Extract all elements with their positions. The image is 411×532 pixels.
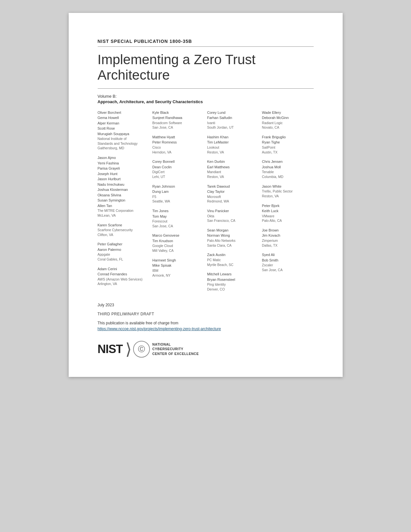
author-block-0-3: Peter GallagherAaron PalermoAppgateCoral… [98,241,149,261]
author-block-2-6: Zack AustinPC MaticMyrtle Beach, SC [207,252,259,267]
author-org: VMware [262,214,314,219]
author-org: Seattle, WA [152,199,204,204]
author-org: San Jose, CA [152,224,204,229]
author-block-1-3: Ryan JohnsonDung LamF5Seattle, WA [152,184,204,204]
author-name: Gema Howell [98,115,149,121]
author-block-2-1: Hashim KhanTim LeMasterLookoutReston, VA [207,134,259,154]
author-name: Peter Bjork [262,203,314,209]
author-block-2-3: Tarek DawoudClay TaylorMicrosoftRedmond,… [207,184,259,204]
author-name: Corey Lund [207,110,259,115]
author-org: Denver, CO [207,287,259,292]
author-org: Trellix, Public Sector [262,189,314,194]
author-name: Ryan Tighe [262,140,314,145]
author-name: Karen Scarfone [98,222,149,228]
author-org: Redmond, WA [207,199,259,204]
author-org: AWS (Amazon Web Services) [98,277,149,282]
volume-label: Volume B: [98,94,314,99]
author-name: Frank Briguglio [262,134,314,140]
author-block-0-0: Oliver BorchertGema HowellAlper KermanSc… [98,110,149,151]
author-name: Peter Gallagher [98,241,149,247]
author-block-2-0: Corey LundFarhan SaifudinIvantiSouth Jor… [207,110,259,130]
author-block-2-7: Mitchell LewarsBryan RosensteelPing Iden… [207,271,259,291]
availability-text: This publication is available free of ch… [98,321,314,325]
authors-grid: Oliver BorchertGema HowellAlper KermanSc… [98,110,314,296]
author-name: Yemi Fashina [98,161,149,166]
author-org: Appgate [98,252,149,257]
author-org: Myrtle Beach, SC [207,262,259,267]
author-name: Oliver Borchert [98,110,149,115]
author-org: Santa Clara, CA [207,243,259,248]
author-name: Joshua Klosterman [98,187,149,192]
author-org: Radiant Logic [262,121,314,125]
author-org: Novato, CA [262,125,314,130]
author-name: Ryan Johnson [152,184,204,189]
availability-link[interactable]: https://www.nccoe.nist.gov/projects/impl… [98,327,314,331]
author-org: Ivanti [207,121,259,125]
author-block-3-0: Wade ElleryDeborah McGinnRadiant LogicNo… [262,110,314,130]
author-org: Lookout [207,145,259,150]
author-name: Alper Kerman [98,121,149,126]
author-block-0-4: Adam CeriniConrad FernandesAWS (Amazon W… [98,266,149,286]
author-name: Tom May [152,214,204,219]
author-name: Chris Jensen [262,159,314,164]
author-column-2: Corey LundFarhan SaifudinIvantiSouth Jor… [207,110,259,296]
author-block-2-2: Ken DurbinEarl MatthewsMandiantReston, V… [207,159,259,179]
author-name: Scott Rose [98,126,149,131]
author-name: Farhan Saifudin [207,115,259,121]
author-name: Parisa Grayeli [98,166,149,171]
author-name: Wade Ellery [262,110,314,115]
author-block-0-2: Karen ScarfoneScarfone CybersecurityClif… [98,222,149,237]
author-name: Nadu Irrechukwu [98,182,149,187]
author-block-3-6: Syed AliBob SmithZscalerSan Jose, CA [262,252,314,272]
author-org: Herndon, VA [152,150,204,155]
author-org: Scarfone Cybersecurity [98,228,149,232]
author-name: Norman Wong [207,233,259,238]
author-block-3-1: Frank BriguglioRyan TigheSailPointAustin… [262,134,314,154]
author-org: Google Cloud [152,243,204,248]
author-name: Conrad Fernandes [98,271,149,277]
author-name: Clay Taylor [207,189,259,194]
author-name: Corey Bonnell [152,159,204,164]
author-name: Tim Jones [152,208,204,214]
author-name: Marco Genovese [152,233,204,238]
author-org: South Jordan, UT [207,125,259,130]
author-block-1-1: Matthew HyattPeter RomnessCiscoHerndon, … [152,134,204,154]
author-org: F5 [152,194,204,199]
author-name: Mitchell Lewars [207,271,259,277]
author-block-3-4: Peter BjorkKeith LuckVMwarePalo Alto, CA [262,203,314,223]
author-block-1-4: Tim JonesTom MayForescoutSan Jose, CA [152,208,204,228]
nist-bracket-icon: ⟩ [125,341,132,357]
main-title: Implementing a Zero Trust Architecture [98,52,314,89]
date-line: July 2023 [98,303,314,307]
author-name: Allen Tan [98,203,149,209]
author-name: Kyle Black [152,110,204,115]
author-name: Keith Luck [262,208,314,214]
author-name: Joseph Hunt [98,171,149,177]
author-org: San Jose, CA [152,125,204,130]
author-name: Matthew Hyatt [152,134,204,140]
author-name: Zack Austin [207,252,259,258]
author-org: Mandiant [207,170,259,174]
author-name: Dung Lam [152,189,204,194]
author-name: Tim Knudson [152,238,204,244]
author-block-1-2: Corey BonnellDean CoclinDigiCertLehi, UT [152,159,204,179]
author-org: Zscaler [262,263,314,268]
author-org: Arlington, VA [98,281,149,286]
author-name: Sean Morgan [207,228,259,233]
logo-section: NIST ⟩ Ⓒ NATIONAL CYBERSECURITY CENTER O… [98,341,314,358]
author-org: Armonk, NY [152,273,204,278]
author-org: Broadcom Software [152,121,204,125]
author-name: Jim Kovach [262,233,314,238]
author-name: Bob Smith [262,258,314,263]
author-org: McLean, VA [98,213,149,218]
author-org: Standards and Technology [98,141,149,146]
author-name: Vinu Panicker [207,208,259,214]
author-name: Susan Symington [98,198,149,203]
author-name: Tarek Dawoud [207,184,259,189]
nce-circle-icon: Ⓒ [133,341,150,358]
author-org: IBM [152,268,204,273]
author-name: Tim LeMaster [207,140,259,145]
nce-logo: Ⓒ NATIONAL CYBERSECURITY CENTER OF EXCEL… [133,341,199,358]
nce-text: NATIONAL CYBERSECURITY CENTER OF EXCELLE… [152,342,199,356]
author-org: Okta [207,214,259,219]
